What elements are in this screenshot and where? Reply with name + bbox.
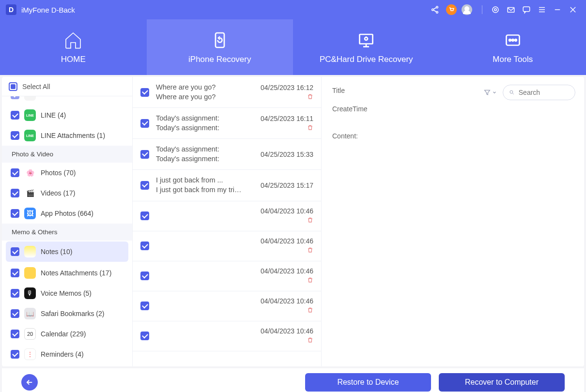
note-row[interactable]: Where are you go?Where are you go?04/25/… xyxy=(133,77,321,108)
restore-to-device-button[interactable]: Restore to Device xyxy=(305,373,431,392)
note-row[interactable]: 04/04/2023 10:46 xyxy=(133,261,321,291)
note-text: I just got back from ...I just got back … xyxy=(156,176,244,195)
share-icon[interactable] xyxy=(428,2,442,17)
menu-icon[interactable] xyxy=(535,2,549,17)
sidebar-item-icon: 20 xyxy=(24,328,36,340)
close-icon[interactable] xyxy=(566,2,580,17)
note-checkbox[interactable] xyxy=(140,150,149,159)
note-meta: 04/04/2023 10:46 xyxy=(250,237,313,255)
sidebar-item-checkbox[interactable] xyxy=(11,269,19,277)
sidebar-item-checkbox[interactable] xyxy=(11,350,19,359)
sidebar-item-checkbox[interactable] xyxy=(11,330,19,338)
note-checkbox[interactable] xyxy=(140,332,149,340)
note-checkbox[interactable] xyxy=(140,302,149,310)
settings-icon[interactable] xyxy=(488,2,503,17)
note-row[interactable]: Today's assignment:Today's assignment:04… xyxy=(133,139,321,170)
note-checkbox[interactable] xyxy=(140,241,149,250)
note-checkbox[interactable] xyxy=(140,181,149,190)
note-row[interactable]: 04/04/2023 10:46 xyxy=(133,321,321,351)
note-checkbox[interactable] xyxy=(140,211,149,220)
note-date: 04/04/2023 10:46 xyxy=(261,207,313,215)
cart-icon[interactable] xyxy=(446,4,457,15)
detail-pane: Title CreateTime Content: xyxy=(322,77,584,366)
app-title: iMyFone D-Back xyxy=(21,6,75,14)
filter-button[interactable] xyxy=(483,89,497,96)
sidebar-item-checkbox[interactable] xyxy=(11,289,19,298)
sidebar-item-checkbox[interactable] xyxy=(11,309,19,318)
sidebar-item-checkbox[interactable] xyxy=(11,189,19,197)
sidebar-group-header: Memo & Others xyxy=(2,224,132,241)
notes-list[interactable]: Where are you go?Where are you go?04/25/… xyxy=(133,77,322,366)
sidebar-item[interactable]: 🎬Videos (17) xyxy=(2,183,132,203)
sidebar-item[interactable] xyxy=(2,96,132,105)
sidebar-item[interactable]: 20Calendar (229) xyxy=(2,324,132,344)
note-date: 04/04/2023 10:46 xyxy=(261,237,313,245)
note-meta: 04/25/2023 16:12 xyxy=(250,84,313,101)
sidebar-item-icon: 🖼 xyxy=(24,208,36,219)
sidebar-item-icon xyxy=(24,96,36,101)
note-title: Today's assignment: xyxy=(156,114,244,123)
sidebar-item[interactable]: Notes (10) xyxy=(6,241,128,262)
note-checkbox[interactable] xyxy=(140,271,149,280)
tab-iphone-recovery[interactable]: iPhone Recovery xyxy=(147,19,293,75)
tab-more-tools[interactable]: More Tools xyxy=(440,19,586,75)
search-box[interactable] xyxy=(503,85,575,100)
trash-icon[interactable] xyxy=(307,307,313,315)
note-row[interactable]: 04/04/2023 10:46 xyxy=(133,201,321,231)
content-area: Select All LINELINE (4)LINELINE Attachme… xyxy=(2,77,584,366)
feedback-icon[interactable] xyxy=(519,2,534,17)
sidebar-item-label: Notes (10) xyxy=(41,248,72,256)
tab-pc-recovery[interactable]: PC&Hard Drive Recovery xyxy=(293,19,440,75)
sidebar-item-checkbox[interactable] xyxy=(11,209,19,218)
category-sidebar: Select All LINELINE (4)LINELINE Attachme… xyxy=(2,77,133,366)
minimize-icon[interactable] xyxy=(550,2,565,17)
trash-icon[interactable] xyxy=(307,277,313,285)
detail-content-label: Content: xyxy=(332,132,573,140)
note-checkbox[interactable] xyxy=(140,119,149,128)
account-avatar-icon[interactable] xyxy=(462,4,472,15)
note-date: 04/25/2023 16:12 xyxy=(261,84,313,91)
sidebar-item-checkbox[interactable] xyxy=(11,96,19,99)
note-date: 04/04/2023 10:46 xyxy=(261,327,313,335)
note-text: Where are you go?Where are you go? xyxy=(156,83,244,102)
sidebar-item[interactable]: ⋮Reminders (4) xyxy=(2,344,132,364)
note-row[interactable]: Today's assignment:Today's assignment:04… xyxy=(133,108,321,139)
trash-icon[interactable] xyxy=(307,337,313,345)
back-button[interactable] xyxy=(21,374,38,391)
recover-to-computer-button[interactable]: Recover to Computer xyxy=(439,373,565,392)
sidebar-item-label: Safari Bookmarks (2) xyxy=(41,310,104,317)
trash-icon[interactable] xyxy=(307,124,313,132)
note-row[interactable]: 04/04/2023 10:46 xyxy=(133,291,321,321)
tab-home[interactable]: HOME xyxy=(0,19,147,75)
trash-icon[interactable] xyxy=(307,247,313,255)
sidebar-item[interactable]: 📖Safari Bookmarks (2) xyxy=(2,303,132,324)
sidebar-item[interactable]: LINELINE (4) xyxy=(2,105,132,125)
sidebar-item[interactable]: Notes Attachments (17) xyxy=(2,263,132,283)
sidebar-item-checkbox[interactable] xyxy=(11,111,19,120)
category-list[interactable]: LINELINE (4)LINELINE Attachments (1)Phot… xyxy=(2,96,132,366)
sidebar-item-checkbox[interactable] xyxy=(11,247,19,256)
footer: Restore to Device Recover to Computer xyxy=(2,368,584,392)
note-row[interactable]: 04/04/2023 10:46 xyxy=(133,231,321,261)
trash-icon[interactable] xyxy=(307,93,313,101)
note-checkbox[interactable] xyxy=(140,88,149,97)
note-date: 04/25/2023 15:17 xyxy=(261,181,313,189)
sidebar-item-checkbox[interactable] xyxy=(11,168,19,177)
detail-toolbar xyxy=(483,85,575,100)
note-title: Today's assignment: xyxy=(156,145,244,154)
sidebar-item-checkbox[interactable] xyxy=(11,131,19,140)
sidebar-item[interactable]: 🎙Voice Memos (5) xyxy=(2,283,132,303)
svg-rect-16 xyxy=(360,34,373,44)
search-icon xyxy=(509,89,515,96)
mail-icon[interactable] xyxy=(504,2,518,17)
sidebar-item[interactable]: LINELINE Attachments (1) xyxy=(2,125,132,146)
trash-icon[interactable] xyxy=(307,217,313,225)
select-all-row[interactable]: Select All xyxy=(2,77,132,96)
select-all-checkbox[interactable] xyxy=(9,82,17,91)
sidebar-item[interactable]: 🌸Photos (70) xyxy=(2,163,132,183)
search-input[interactable] xyxy=(519,89,569,96)
svg-rect-15 xyxy=(216,33,224,47)
note-row[interactable]: I just got back from ...I just got back … xyxy=(133,170,321,201)
sidebar-item[interactable]: 🖼App Photos (664) xyxy=(2,203,132,224)
sidebar-item-icon: LINE xyxy=(24,109,36,121)
